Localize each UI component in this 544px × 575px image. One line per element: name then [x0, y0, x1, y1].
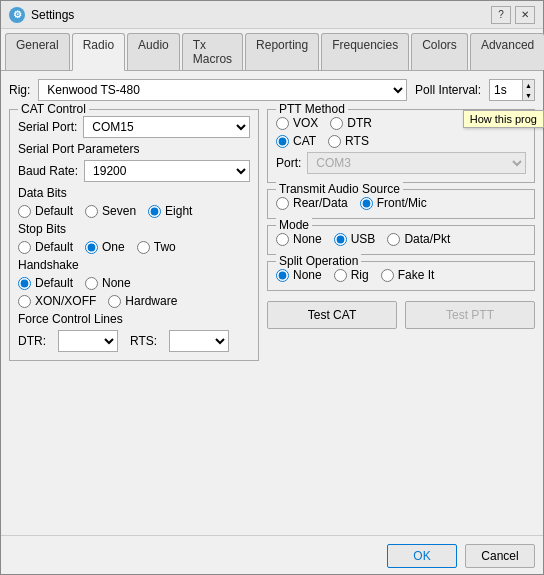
dtr-select[interactable]: [58, 330, 118, 352]
ok-button[interactable]: OK: [387, 544, 457, 568]
ptt-cat-label: CAT: [293, 134, 316, 148]
tab-colors[interactable]: Colors: [411, 33, 468, 70]
handshake-section: Handshake Default None: [18, 258, 250, 308]
help-button[interactable]: ?: [491, 6, 511, 24]
split-none-radio[interactable]: [276, 269, 289, 282]
tab-bar: General Radio Audio Tx Macros Reporting …: [1, 29, 543, 71]
ptt-port-row: Port: COM3: [276, 152, 526, 174]
poll-down-arrow[interactable]: ▼: [523, 90, 534, 100]
cancel-button[interactable]: Cancel: [465, 544, 535, 568]
stop-bits-section: Stop Bits Default One: [18, 222, 250, 254]
stop-bits-two-radio[interactable]: [137, 241, 150, 254]
baud-rate-select[interactable]: 19200: [84, 160, 250, 182]
ptt-vox-radio[interactable]: [276, 117, 289, 130]
mode-usb[interactable]: USB: [334, 232, 376, 246]
ptt-rts-radio[interactable]: [328, 135, 341, 148]
data-bits-seven-radio[interactable]: [85, 205, 98, 218]
force-control-row: DTR: RTS:: [18, 330, 250, 352]
handshake-row2: XON/XOFF Hardware: [18, 294, 250, 308]
right-panel: PTT Method How this prog VOX DTR: [267, 109, 535, 523]
tab-tx-macros[interactable]: Tx Macros: [182, 33, 243, 70]
rts-select[interactable]: [169, 330, 229, 352]
mode-data-pkt[interactable]: Data/Pkt: [387, 232, 450, 246]
handshake-default-radio[interactable]: [18, 277, 31, 290]
ptt-row2: CAT RTS: [276, 134, 526, 148]
audio-front-radio[interactable]: [360, 197, 373, 210]
audio-rear-radio[interactable]: [276, 197, 289, 210]
split-operation-group: Split Operation None Rig Fake It: [267, 261, 535, 291]
split-fake-label: Fake It: [398, 268, 435, 282]
data-bits-default-radio[interactable]: [18, 205, 31, 218]
window-title: Settings: [31, 8, 491, 22]
handshake-none[interactable]: None: [85, 276, 131, 290]
serial-port-params-label: Serial Port Parameters: [18, 142, 250, 156]
tab-advanced[interactable]: Advanced: [470, 33, 544, 70]
mode-title: Mode: [276, 218, 312, 232]
split-fake-it[interactable]: Fake It: [381, 268, 435, 282]
stop-bits-options: Default One Two: [18, 240, 250, 254]
data-bits-label: Data Bits: [18, 186, 250, 200]
cat-control-title: CAT Control: [18, 102, 89, 116]
stop-bits-one[interactable]: One: [85, 240, 125, 254]
handshake-row1: Default None: [18, 276, 250, 290]
content-area: Rig: Kenwood TS-480 Poll Interval: ▲ ▼ C…: [1, 71, 543, 531]
stop-bits-default[interactable]: Default: [18, 240, 73, 254]
tab-audio[interactable]: Audio: [127, 33, 180, 70]
audio-front-mic[interactable]: Front/Mic: [360, 196, 427, 210]
poll-up-arrow[interactable]: ▲: [523, 80, 534, 90]
window-icon: ⚙: [9, 7, 25, 23]
mode-data-pkt-radio[interactable]: [387, 233, 400, 246]
stop-bits-default-radio[interactable]: [18, 241, 31, 254]
ptt-rts[interactable]: RTS: [328, 134, 369, 148]
handshake-xon-radio[interactable]: [18, 295, 31, 308]
rig-select[interactable]: Kenwood TS-480: [38, 79, 407, 101]
test-cat-button[interactable]: Test CAT: [267, 301, 397, 329]
handshake-none-radio[interactable]: [85, 277, 98, 290]
tab-reporting[interactable]: Reporting: [245, 33, 319, 70]
split-rig-radio[interactable]: [334, 269, 347, 282]
mode-none-radio[interactable]: [276, 233, 289, 246]
stop-bits-two[interactable]: Two: [137, 240, 176, 254]
data-bits-seven-label: Seven: [102, 204, 136, 218]
close-button[interactable]: ✕: [515, 6, 535, 24]
serial-port-label: Serial Port:: [18, 120, 77, 134]
data-bits-seven[interactable]: Seven: [85, 204, 136, 218]
tab-radio[interactable]: Radio: [72, 33, 125, 71]
audio-rear-label: Rear/Data: [293, 196, 348, 210]
stop-bits-two-label: Two: [154, 240, 176, 254]
test-ptt-button[interactable]: Test PTT: [405, 301, 535, 329]
test-buttons-row: Test CAT Test PTT: [267, 301, 535, 329]
ptt-dtr[interactable]: DTR: [330, 116, 372, 130]
poll-interval-spinner: ▲ ▼: [489, 79, 535, 101]
tab-frequencies[interactable]: Frequencies: [321, 33, 409, 70]
transmit-audio-options: Rear/Data Front/Mic: [276, 196, 526, 210]
data-bits-eight-radio[interactable]: [148, 205, 161, 218]
rig-row: Rig: Kenwood TS-480 Poll Interval: ▲ ▼: [9, 79, 535, 101]
split-none[interactable]: None: [276, 268, 322, 282]
split-operation-title: Split Operation: [276, 254, 361, 268]
ptt-vox[interactable]: VOX: [276, 116, 318, 130]
data-bits-options: Default Seven Eight: [18, 204, 250, 218]
baud-rate-label: Baud Rate:: [18, 164, 78, 178]
ptt-cat[interactable]: CAT: [276, 134, 316, 148]
poll-interval-input[interactable]: [490, 80, 522, 100]
data-bits-default[interactable]: Default: [18, 204, 73, 218]
mode-usb-radio[interactable]: [334, 233, 347, 246]
mode-none[interactable]: None: [276, 232, 322, 246]
handshake-xon-xoff[interactable]: XON/XOFF: [18, 294, 96, 308]
data-bits-default-label: Default: [35, 204, 73, 218]
audio-rear-data[interactable]: Rear/Data: [276, 196, 348, 210]
data-bits-eight[interactable]: Eight: [148, 204, 192, 218]
handshake-default[interactable]: Default: [18, 276, 73, 290]
ptt-port-select[interactable]: COM3: [307, 152, 526, 174]
handshake-hardware-radio[interactable]: [108, 295, 121, 308]
ptt-cat-radio[interactable]: [276, 135, 289, 148]
serial-port-select[interactable]: COM15: [83, 116, 250, 138]
ptt-dtr-radio[interactable]: [330, 117, 343, 130]
split-rig[interactable]: Rig: [334, 268, 369, 282]
stop-bits-one-radio[interactable]: [85, 241, 98, 254]
split-fake-radio[interactable]: [381, 269, 394, 282]
tab-general[interactable]: General: [5, 33, 70, 70]
handshake-hardware[interactable]: Hardware: [108, 294, 177, 308]
bottom-row: OK Cancel: [1, 535, 543, 574]
